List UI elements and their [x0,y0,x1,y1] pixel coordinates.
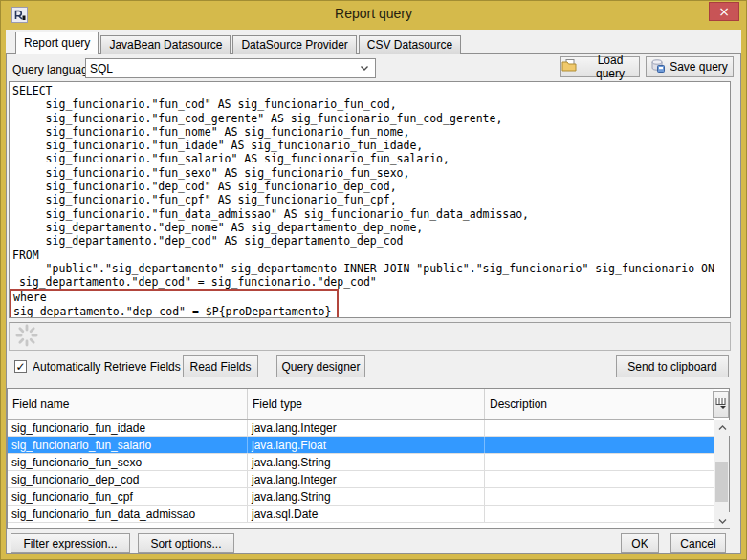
titlebar: Report query × [1,1,746,30]
cell-field-type: java.lang.Integer [248,471,485,487]
save-disk-icon [651,59,665,75]
table-scrollbar[interactable] [714,420,729,528]
filter-expression-button[interactable]: Filter expression... [11,533,130,553]
window-title: Report query [1,6,746,21]
close-icon: × [718,5,730,18]
cell-field-type: java.lang.Integer [248,420,485,436]
column-header-field-name[interactable]: Field name [8,389,248,419]
column-selector-button[interactable] [713,391,729,418]
busy-strip [9,322,731,351]
busy-spinner-icon [14,323,39,351]
auto-retrieve-row: ✓ Automatically Retrieve Fields [14,355,181,377]
cell-field-name: sig_funcionario_fun_idade [8,420,248,436]
tab-report-query[interactable]: Report query [15,32,99,54]
cell-field-type: java.lang.String [248,454,485,470]
close-button[interactable]: × [709,2,739,21]
scroll-up-icon[interactable] [714,420,730,436]
sql-editor[interactable]: SELECT sig_funcionario."fun_cod" AS sig_… [9,81,731,318]
auto-retrieve-label: Automatically Retrieve Fields [33,360,181,374]
scrollbar-thumb[interactable] [715,462,728,502]
cell-description [485,471,714,487]
checkmark-icon: ✓ [15,362,25,372]
query-language-label: Query language [12,63,94,76]
column-header-description[interactable]: Description [485,389,714,419]
cancel-button[interactable]: Cancel [670,533,726,553]
cell-description [485,420,714,436]
send-to-clipboard-button[interactable]: Send to clipboard [616,355,729,377]
query-language-select[interactable]: SQL [85,58,376,78]
table-row[interactable]: sig_funcionario_fun_idade java.lang.Inte… [8,420,714,437]
cell-field-name: sig_funcionario_fun_data_admissao [8,506,248,522]
cell-description [485,488,714,505]
table-row[interactable]: sig_funcionario_fun_sexo java.lang.Strin… [8,454,714,471]
auto-retrieve-checkbox[interactable]: ✓ [14,360,27,373]
cell-description [485,454,714,470]
tab-csv-datasource[interactable]: CSV Datasource [359,35,461,54]
query-language-value: SQL [90,62,113,75]
sort-options-button[interactable]: Sort options... [138,533,234,553]
save-query-button[interactable]: Save query [646,56,734,77]
scroll-down-icon[interactable] [714,512,730,528]
report-query-dialog: Report query × Report query JavaBean Dat… [0,0,747,560]
chevron-down-icon [360,65,375,72]
cell-field-type: java.sql.Date [248,506,485,522]
read-fields-button[interactable]: Read Fields [183,355,258,377]
cell-description [485,437,714,453]
sql-where-highlight: where sig_departamento."dep_cod" = $P{pr… [10,289,339,318]
load-query-button[interactable]: Load query [560,56,640,77]
folder-open-icon [561,59,577,75]
column-header-field-type[interactable]: Field type [248,389,485,419]
table-row[interactable]: sig_funcionario_fun_cpf java.lang.String [8,488,714,506]
tab-datasource-provider[interactable]: DataSource Provider [232,35,356,54]
table-row[interactable]: sig_funcionario_dep_cod java.lang.Intege… [8,471,714,488]
sql-text: SELECT sig_funcionario."fun_cod" AS sig_… [10,82,730,289]
cell-field-name: sig_funcionario_dep_cod [8,471,248,487]
table-row[interactable]: sig_funcionario_fun_data_admissao java.s… [8,506,714,523]
ok-button[interactable]: OK [621,533,659,553]
cell-description [485,506,714,522]
fields-table: Field name Field type Description sig_fu… [7,388,730,529]
cell-field-name: sig_funcionario_fun_sexo [8,454,248,470]
cell-field-type: java.lang.String [248,488,485,505]
cell-field-name: sig_funcionario_fun_salario [8,437,248,453]
dialog-content: Report query JavaBean Datasource DataSou… [6,30,741,554]
cell-field-name: sig_funcionario_fun_cpf [8,488,248,505]
tab-javabean-datasource[interactable]: JavaBean Datasource [100,35,231,54]
table-columns-icon [715,398,727,412]
tab-bar: Report query JavaBean Datasource DataSou… [15,32,463,54]
query-designer-button[interactable]: Query designer [276,355,365,377]
table-header: Field name Field type Description [8,389,714,420]
table-row[interactable]: sig_funcionario_fun_salario java.lang.Fl… [8,437,714,454]
cell-field-type: java.lang.Float [248,437,485,453]
